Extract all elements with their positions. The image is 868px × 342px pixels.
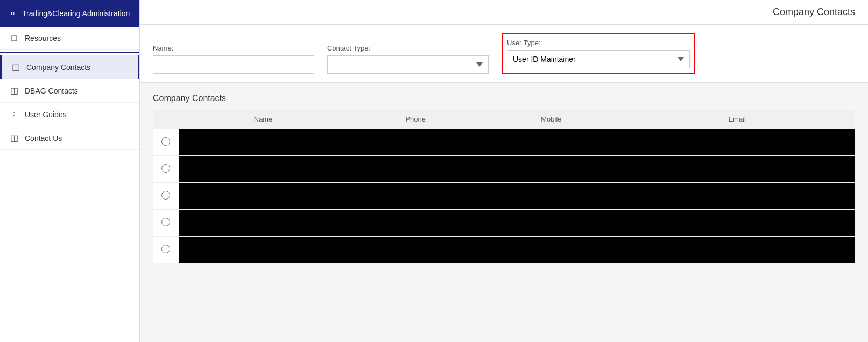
table-row <box>153 210 855 237</box>
table-row <box>153 237 855 263</box>
row-radio-input[interactable] <box>161 218 170 226</box>
row-radio-input[interactable] <box>161 164 170 173</box>
sidebar-divider <box>0 52 139 53</box>
contacts-table: Name Phone Mobile Email <box>153 110 855 263</box>
contact-icon: ◫ <box>9 133 19 143</box>
contact-type-label: Contact Type: <box>327 44 489 52</box>
row-radio-cell[interactable] <box>153 210 179 237</box>
sidebar-item-resources-label: Resources <box>25 34 61 42</box>
row-radio-cell[interactable] <box>153 237 179 263</box>
contact-type-filter-group: Contact Type: <box>327 44 489 74</box>
user-type-filter-group: User Type: User ID Maintainer Administra… <box>502 33 695 74</box>
row-data-cell <box>179 183 855 210</box>
contact-type-select[interactable] <box>327 55 489 74</box>
name-filter-group: Name: <box>153 44 314 74</box>
col-header-name: Name <box>179 110 348 129</box>
page-title: Company Contacts <box>773 6 855 17</box>
table-row <box>153 183 855 210</box>
person-group-icon: ♮ <box>9 109 19 119</box>
col-header-radio <box>153 110 179 129</box>
table-icon: ◫ <box>10 62 21 72</box>
table-icon-2: ◫ <box>9 86 19 96</box>
col-header-email: Email <box>619 110 855 129</box>
sidebar-item-user-guides-label: User Guides <box>25 110 67 119</box>
page-header: Company Contacts <box>140 0 868 25</box>
table-header-row: Name Phone Mobile Email <box>153 110 855 129</box>
section-title: Company Contacts <box>153 94 855 103</box>
user-type-label: User Type: <box>507 39 690 47</box>
row-radio-cell[interactable] <box>153 183 179 210</box>
name-label: Name: <box>153 44 314 52</box>
sidebar-item-dbag-contacts-label: DBAG Contacts <box>25 87 78 95</box>
filter-bar: Name: Contact Type: User Type: User ID M… <box>140 25 868 83</box>
sidebar-item-company-contacts[interactable]: ◫ Company Contacts <box>0 55 139 79</box>
sidebar-item-user-guides[interactable]: ♮ User Guides <box>0 103 139 126</box>
col-header-mobile: Mobile <box>483 110 619 129</box>
user-type-select[interactable]: User ID Maintainer Administrator Trader … <box>507 50 690 68</box>
row-data-cell <box>179 210 855 237</box>
person-icon: ⚬ <box>9 8 17 19</box>
row-data-cell <box>179 129 855 156</box>
sidebar-app-title: Trading&Clearing Administration <box>22 9 130 18</box>
sidebar-item-contact-us-label: Contact Us <box>25 134 62 142</box>
sidebar-header[interactable]: ⚬ Trading&Clearing Administration <box>0 0 139 27</box>
row-radio-input[interactable] <box>161 245 170 253</box>
document-icon: □ <box>9 33 19 43</box>
row-radio-input[interactable] <box>161 137 170 146</box>
sidebar-item-company-contacts-label: Company Contacts <box>26 63 90 72</box>
row-radio-cell[interactable] <box>153 156 179 183</box>
main-content: Company Contacts Name: Contact Type: Use… <box>140 0 868 342</box>
row-data-cell <box>179 237 855 263</box>
row-radio-input[interactable] <box>161 191 170 200</box>
sidebar-item-dbag-contacts[interactable]: ◫ DBAG Contacts <box>0 79 139 103</box>
table-row <box>153 156 855 183</box>
content-area: Company Contacts Name Phone Mobile Email <box>140 83 868 342</box>
col-header-phone: Phone <box>348 110 483 129</box>
sidebar-item-resources[interactable]: □ Resources <box>0 27 139 50</box>
row-radio-cell[interactable] <box>153 129 179 156</box>
sidebar-item-contact-us[interactable]: ◫ Contact Us <box>0 126 139 150</box>
sidebar: ⚬ Trading&Clearing Administration □ Reso… <box>0 0 140 342</box>
name-input[interactable] <box>153 55 314 74</box>
table-row <box>153 129 855 156</box>
row-data-cell <box>179 156 855 183</box>
